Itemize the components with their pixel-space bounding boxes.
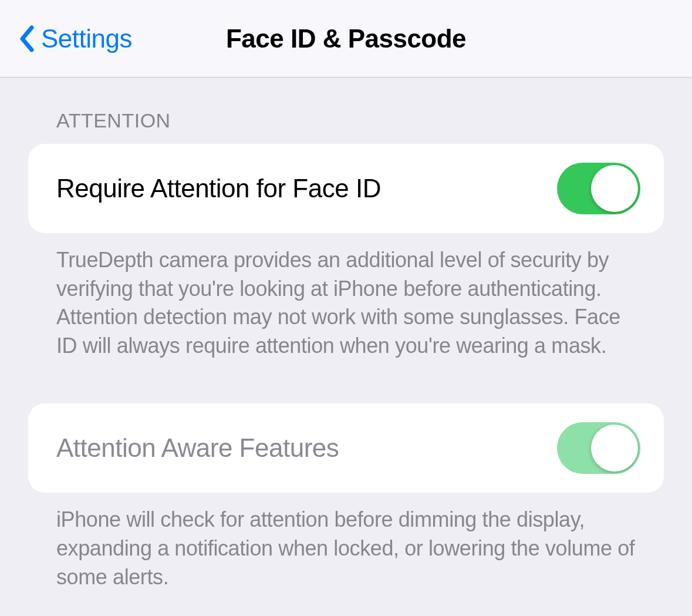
require-attention-row[interactable]: Require Attention for Face ID xyxy=(28,144,664,233)
page-title: Face ID & Passcode xyxy=(226,24,466,53)
back-label: Settings xyxy=(41,24,132,53)
back-button[interactable]: Settings xyxy=(19,24,132,53)
require-attention-footer: TrueDepth camera provides an additional … xyxy=(28,233,664,360)
attention-aware-label: Attention Aware Features xyxy=(56,433,339,463)
chevron-left-icon xyxy=(19,25,34,52)
attention-aware-row[interactable]: Attention Aware Features xyxy=(28,403,664,493)
spacer xyxy=(28,360,664,403)
require-attention-toggle[interactable] xyxy=(557,163,640,214)
toggle-knob xyxy=(591,425,638,472)
navigation-header: Settings Face ID & Passcode xyxy=(0,0,692,78)
attention-aware-toggle[interactable] xyxy=(557,422,640,474)
section-header-attention: ATTENTION xyxy=(28,78,664,144)
content-area: ATTENTION Require Attention for Face ID … xyxy=(0,78,692,591)
toggle-knob xyxy=(591,165,638,212)
require-attention-label: Require Attention for Face ID xyxy=(56,174,381,203)
attention-aware-footer: iPhone will check for attention before d… xyxy=(28,493,664,591)
